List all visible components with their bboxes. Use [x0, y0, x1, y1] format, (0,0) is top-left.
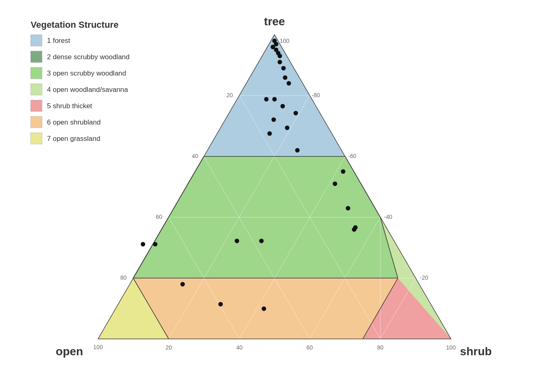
tick-open-100: 100 [93, 344, 103, 350]
tick-open-20: 20 [226, 92, 233, 98]
tick-tree-20: -20 [420, 274, 428, 281]
data-point [181, 282, 185, 287]
data-point [141, 242, 145, 247]
tick-shrub-40: 40 [236, 344, 243, 351]
chart-container: Vegetation Structure 1 forest 2 dense sc… [0, 0, 549, 392]
legend-color-2 [31, 51, 42, 62]
legend-title: Vegetation Structure [31, 20, 118, 30]
legend-color-7 [31, 133, 42, 144]
legend-color-5 [31, 100, 42, 111]
axis-label-shrub: shrub [460, 345, 492, 358]
data-point [268, 131, 272, 136]
data-point [272, 118, 276, 122]
data-point [294, 111, 298, 116]
legend-label-4: 4 open woodland/savanna [47, 86, 128, 94]
data-point [283, 76, 288, 80]
data-point [295, 148, 300, 153]
legend-color-4 [31, 84, 42, 95]
data-point [259, 239, 264, 243]
legend-label-1: 1 forest [47, 37, 70, 45]
tick-open-60: 60 [156, 214, 162, 220]
legend-label-7: 7 open grassland [47, 135, 100, 143]
data-point [287, 81, 291, 86]
tick-open-40: 40 [192, 153, 198, 159]
data-point [333, 182, 337, 186]
axis-label-open: open [56, 345, 83, 358]
data-point [153, 242, 158, 247]
tick-shrub-60: 60 [306, 344, 313, 351]
data-point [285, 126, 290, 130]
legend-color-1 [31, 35, 42, 46]
data-point [262, 307, 266, 311]
data-point [341, 169, 346, 174]
data-point [271, 45, 275, 49]
legend-label-2: 2 dense scrubby woodland [47, 53, 129, 61]
data-point [219, 302, 223, 307]
legend-label-5: 5 shrub thicket [47, 102, 92, 110]
data-point [278, 54, 282, 58]
data-point [272, 97, 277, 102]
legend-label-6: 6 open shrubland [47, 118, 100, 126]
data-point [235, 239, 239, 243]
tick-shrub-20: 20 [165, 344, 172, 351]
data-point [281, 104, 285, 109]
axis-label-tree: tree [264, 15, 285, 28]
tick-tree-80: -80 [312, 92, 320, 98]
tick-tree-100: 100 [280, 38, 290, 44]
data-point [346, 206, 350, 211]
legend-label-3: 3 open scrubby woodland [47, 69, 126, 77]
data-point [352, 227, 357, 232]
data-point [264, 97, 269, 102]
ternary-plot: Vegetation Structure 1 forest 2 dense sc… [0, 0, 549, 392]
tick-shrub-80: 80 [377, 344, 384, 351]
data-point [278, 60, 282, 65]
tick-shrub-100: 100 [446, 344, 456, 351]
data-point [281, 66, 286, 71]
tick-tree-60: -60 [348, 153, 356, 159]
legend-color-6 [31, 116, 42, 128]
tick-tree-40: -40 [384, 214, 392, 220]
legend-color-3 [31, 67, 42, 79]
tick-open-80: 80 [120, 274, 127, 281]
